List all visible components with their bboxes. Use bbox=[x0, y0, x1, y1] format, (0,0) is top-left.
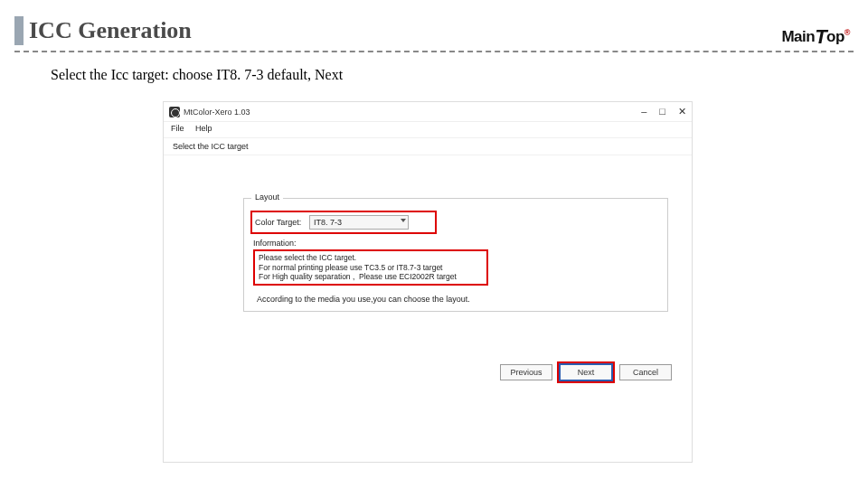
instruction-text: Select the Icc target: choose IT8. 7-3 d… bbox=[51, 67, 868, 83]
info-line2: For normal printing please use TC3.5 or … bbox=[259, 263, 483, 273]
window-controls: – □ ✕ bbox=[641, 106, 686, 117]
slide-title: ICC Generation bbox=[29, 17, 192, 44]
wizard-buttons: Previous Next Cancel bbox=[500, 364, 672, 380]
logo-trademark: ® bbox=[844, 28, 850, 37]
info-line3: For High quality separation , Please use… bbox=[259, 272, 483, 282]
information-block: Information: Please select the ICC targe… bbox=[253, 239, 658, 286]
logo-part3: op bbox=[826, 28, 844, 45]
minimize-button[interactable]: – bbox=[641, 106, 646, 117]
chevron-down-icon bbox=[401, 219, 406, 222]
panel-label: Layout bbox=[251, 192, 283, 202]
wizard-step-title: Select the ICC target bbox=[164, 138, 692, 155]
menubar: File Help bbox=[164, 122, 692, 138]
titlebar: MtColor-Xero 1.03 – □ ✕ bbox=[164, 102, 692, 122]
menu-help[interactable]: Help bbox=[195, 124, 212, 133]
slide-header: ICC Generation bbox=[0, 0, 868, 51]
previous-button[interactable]: Previous bbox=[500, 364, 552, 380]
window-title: MtColor-Xero 1.03 bbox=[184, 108, 641, 117]
brand-logo: MainTop® bbox=[781, 23, 850, 47]
app-window: MtColor-Xero 1.03 – □ ✕ File Help Select… bbox=[163, 101, 693, 463]
color-target-row: Color Target: IT8. 7-3 bbox=[253, 213, 434, 231]
divider bbox=[14, 51, 854, 52]
next-button-highlight: Next bbox=[560, 364, 612, 380]
menu-file[interactable]: File bbox=[171, 124, 184, 133]
color-target-select-wrap: IT8. 7-3 bbox=[309, 215, 409, 230]
app-icon bbox=[169, 107, 180, 117]
info-title: Information: bbox=[253, 239, 658, 248]
title-accent-bar bbox=[14, 16, 24, 45]
color-target-label: Color Target: bbox=[255, 218, 309, 227]
close-button[interactable]: ✕ bbox=[678, 106, 686, 117]
layout-panel: Layout Color Target: IT8. 7-3 Informatio… bbox=[243, 198, 668, 312]
color-target-value: IT8. 7-3 bbox=[314, 218, 342, 227]
info-box: Please select the ICC target. For normal… bbox=[253, 249, 488, 286]
cancel-button[interactable]: Cancel bbox=[619, 364, 672, 380]
logo-part1: Main bbox=[781, 28, 815, 45]
layout-note: According to the media you use,you can c… bbox=[257, 295, 658, 304]
info-line1: Please select the ICC target. bbox=[259, 253, 483, 263]
next-button[interactable]: Next bbox=[560, 364, 612, 380]
logo-part2: T bbox=[815, 25, 826, 49]
maximize-button[interactable]: □ bbox=[659, 106, 665, 117]
color-target-select[interactable]: IT8. 7-3 bbox=[309, 215, 409, 230]
